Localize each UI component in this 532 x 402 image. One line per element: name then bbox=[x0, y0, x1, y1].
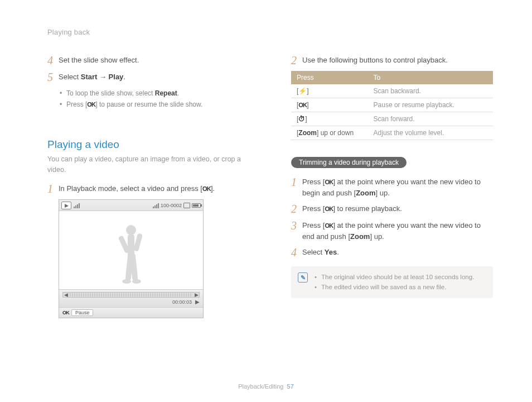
ok-icon: OK bbox=[202, 184, 211, 194]
text: Press [ bbox=[302, 204, 325, 213]
text: ] bbox=[305, 115, 307, 123]
table-row: [⚡] Scan backward. bbox=[291, 84, 493, 98]
timer-icon: ⏱ bbox=[298, 115, 305, 123]
section-title: Playing a video bbox=[47, 138, 249, 151]
zoom-label: Zoom bbox=[356, 189, 375, 197]
text: . bbox=[177, 89, 179, 97]
ok-icon: OK bbox=[325, 178, 333, 187]
two-column-layout: 4 Set the slide show effect. 5 Select St… bbox=[47, 54, 493, 318]
to-cell: Adjust the volume level. bbox=[368, 126, 493, 140]
right-column: 2 Use the following buttons to control p… bbox=[291, 54, 493, 318]
step-number: 3 bbox=[291, 219, 302, 232]
text: ] up. bbox=[370, 232, 384, 241]
time-row: 00:00:03 ▶ bbox=[62, 299, 200, 305]
step-text: Select Yes. bbox=[302, 246, 339, 258]
ok-icon: OK bbox=[325, 204, 333, 214]
text: ] bbox=[307, 87, 308, 95]
step-number: 1 bbox=[47, 183, 59, 195]
playback-step-2: 2 Use the following buttons to control p… bbox=[291, 54, 493, 66]
step-text: Press [OK] at the point where you want t… bbox=[302, 219, 493, 242]
col-press: Press bbox=[291, 71, 368, 84]
step-text: Press [OK] to resume playback. bbox=[302, 203, 402, 214]
step-number: 4 bbox=[291, 246, 302, 259]
volume-bars-icon bbox=[153, 203, 159, 208]
to-cell: Pause or resume playback. bbox=[368, 98, 493, 112]
step-number: 5 bbox=[47, 71, 59, 83]
page-footer: Playback/Editing 57 bbox=[0, 383, 532, 390]
rewind-icon: ◀ bbox=[63, 292, 69, 298]
press-cell: [Zoom] up or down bbox=[291, 126, 368, 140]
arrow: → bbox=[97, 73, 108, 81]
progress-bar: ◀ ▶ bbox=[62, 292, 200, 298]
step-text: Use the following buttons to control pla… bbox=[302, 54, 448, 66]
col-to: To bbox=[368, 71, 493, 84]
text: Select bbox=[59, 73, 81, 81]
table-row: [⏱] Scan forward. bbox=[291, 112, 493, 126]
start-label: Start bbox=[81, 73, 98, 81]
topbar-right: 100-0002 bbox=[153, 203, 201, 208]
step-text: Select Start → Play. bbox=[59, 71, 125, 83]
battery-icon bbox=[192, 203, 201, 208]
to-cell: Scan backward. bbox=[368, 84, 493, 98]
trim-step-2: 2 Press [OK] to resume playback. bbox=[291, 203, 493, 215]
ok-icon: OK bbox=[298, 102, 307, 108]
trim-step-3: 3 Press [OK] at the point where you want… bbox=[291, 219, 493, 242]
zoom-label: Zoom bbox=[298, 129, 317, 137]
text: ]. bbox=[211, 184, 215, 193]
text: ] to pause or resume the slide show. bbox=[95, 100, 202, 108]
table-header-row: Press To bbox=[291, 71, 493, 84]
trim-step-1: 1 Press [OK] at the point where you want… bbox=[291, 176, 493, 198]
press-cell: [⏱] bbox=[291, 112, 368, 126]
svg-point-7 bbox=[132, 279, 141, 284]
signal-bars-icon bbox=[74, 203, 80, 208]
flash-icon: ⚡ bbox=[298, 87, 307, 95]
note-item: The original video should be at least 10… bbox=[315, 272, 474, 282]
step-text: In Playback mode, select a video and pre… bbox=[59, 183, 215, 194]
text: ] to resume playback. bbox=[333, 204, 402, 213]
step-5-bullets: To loop the slide show, select Repeat. P… bbox=[59, 88, 249, 111]
step-4: 4 Set the slide show effect. bbox=[47, 54, 249, 66]
subsection-pill: Trimming a video during playback bbox=[291, 157, 407, 168]
bullet-repeat: To loop the slide show, select Repeat. bbox=[59, 88, 249, 99]
svg-rect-3 bbox=[133, 233, 143, 252]
video-controls: ◀ ▶ 00:00:03 ▶ bbox=[59, 289, 203, 307]
step-text: Set the slide show effect. bbox=[59, 54, 139, 66]
svg-point-6 bbox=[122, 279, 131, 284]
play-mode-icon: ▶ bbox=[61, 202, 71, 209]
trim-step-4: 4 Select Yes. bbox=[291, 246, 493, 259]
step-5: 5 Select Start → Play. bbox=[47, 71, 249, 83]
step-number: 4 bbox=[47, 54, 59, 66]
press-cell: [⚡] bbox=[291, 84, 368, 98]
play-icon: ▶ bbox=[195, 299, 200, 305]
page-number: 57 bbox=[287, 383, 294, 390]
forward-icon: ▶ bbox=[194, 292, 199, 298]
person-silhouette-icon bbox=[112, 222, 151, 289]
ok-icon: OK bbox=[87, 99, 95, 110]
table-row: [OK] Pause or resume playback. bbox=[291, 98, 493, 112]
note-box: ✎ The original video should be at least … bbox=[291, 266, 493, 298]
timecode: 00:00:03 bbox=[172, 300, 192, 305]
ok-icon: OK bbox=[62, 310, 69, 315]
play-label: Play bbox=[109, 73, 124, 81]
progress-track bbox=[70, 293, 192, 296]
ok-icon: OK bbox=[325, 221, 333, 231]
video-topbar: ▶ 100-0002 bbox=[59, 200, 203, 211]
step-number: 2 bbox=[291, 203, 302, 215]
text: ] bbox=[307, 101, 308, 109]
breadcrumb: Playing back bbox=[47, 28, 493, 36]
bullet-pause: Press [OK] to pause or resume the slide … bbox=[59, 99, 249, 110]
video-step-1: 1 In Playback mode, select a video and p… bbox=[47, 183, 249, 195]
press-cell: [OK] bbox=[291, 98, 368, 112]
text: To loop the slide show, select bbox=[66, 89, 155, 97]
svg-point-0 bbox=[126, 225, 136, 235]
step-number: 1 bbox=[291, 176, 302, 188]
text: ] up. bbox=[376, 189, 390, 197]
note-item: The edited video will be saved as a new … bbox=[315, 282, 474, 292]
note-list: The original video should be at least 10… bbox=[315, 272, 474, 293]
zoom-label: Zoom bbox=[350, 232, 370, 241]
text: Select bbox=[302, 248, 325, 256]
text: . bbox=[337, 248, 339, 256]
video-playback-screenshot: ▶ 100-0002 bbox=[59, 199, 204, 318]
text: ] up or down bbox=[317, 129, 354, 137]
section-description: You can play a video, capture an image f… bbox=[47, 154, 249, 175]
